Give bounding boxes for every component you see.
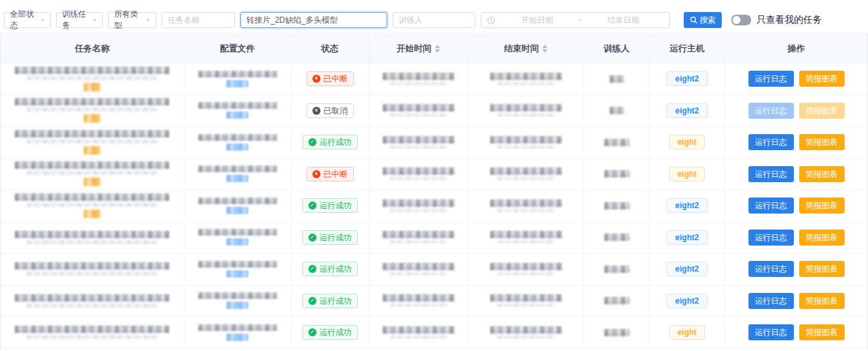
report-chart-button[interactable]: 简报图表 [799,261,845,277]
status-cell: ✓运行成功 [291,254,369,285]
run-log-button[interactable]: 运行日志 [748,324,794,340]
status-success-icon: ✓ [308,297,316,305]
actions-cell: 运行日志简报图表 [725,95,867,127]
report-chart-button[interactable]: 简报图表 [799,293,845,309]
report-chart-button[interactable]: 简报图表 [799,198,845,214]
task-tag [83,146,101,155]
column-header-4[interactable]: 开始时间 [369,34,468,63]
table-row: ✓运行成功eight2运行日志简报图表 [1,286,867,318]
config-file-link[interactable] [226,302,248,309]
config-file-link[interactable] [226,238,248,246]
status-cell: ✓运行成功 [291,190,369,222]
task-name-input[interactable] [162,12,235,28]
config-file-link[interactable] [226,207,248,214]
table-row: ✓运行成功eight2运行日志简报图表 [1,254,867,286]
trainer-cell [584,286,650,317]
trainer-redacted [604,139,630,146]
date-range-picker[interactable]: 开始日期 - 结束日期 [481,12,670,28]
column-header-label: 操作 [788,43,805,55]
column-header-label: 任务名称 [75,43,110,55]
start-time-redacted [383,167,455,175]
trainer-input[interactable] [393,12,475,28]
host-cell: eight [650,159,725,190]
run-log-button[interactable]: 运行日志 [748,261,794,277]
status-badge: ✓运行成功 [302,294,358,308]
sort-carets-icon[interactable] [542,45,548,53]
end-date-placeholder[interactable]: 结束日期 [583,15,664,26]
task-name-cell [1,317,184,348]
report-chart-button[interactable]: 简报图表 [799,71,845,87]
run-log-button[interactable]: 运行日志 [748,166,794,182]
status-badge: ✓运行成功 [302,198,358,213]
host-cell: eight [650,317,725,348]
task-name-cell [1,190,184,222]
host-badge: eight2 [666,230,707,245]
report-chart-button[interactable]: 简报图表 [799,324,845,340]
config-file-cell [184,286,291,317]
sort-asc-icon[interactable] [435,45,440,48]
sort-desc-icon[interactable] [435,49,440,53]
config-file-redacted [198,102,277,109]
actions-cell: 运行日志简报图表 [725,127,867,158]
only-my-tasks-toggle[interactable] [731,15,751,25]
actions-cell: 运行日志简报图表 [725,222,867,254]
status-select[interactable]: 全部状态 ∨ [4,12,51,28]
category-select[interactable]: 所有类型 ∨ [108,12,156,28]
report-chart-button[interactable]: 简报图表 [799,134,845,150]
report-chart-button[interactable]: 简报图表 [799,166,845,182]
trainer-redacted [604,329,630,336]
end-time-redacted [490,200,562,207]
run-log-button[interactable]: 运行日志 [748,230,794,246]
run-log-button[interactable]: 运行日志 [748,293,794,309]
start-date-placeholder[interactable]: 开始日期 [497,15,578,26]
task-type-select[interactable]: 训练任务 ∨ [56,12,103,28]
run-log-button[interactable]: 运行日志 [748,71,794,87]
run-log-button[interactable]: 运行日志 [748,103,794,119]
start-time-redacted [383,231,455,238]
config-file-link[interactable] [226,111,248,119]
start-time-redacted-line2 [390,240,447,244]
run-log-button[interactable]: 运行日志 [748,198,794,214]
column-header-label: 结束时间 [504,43,539,55]
table-row: ✓运行成功eight2运行日志简报图表 [1,190,867,222]
column-header-5[interactable]: 结束时间 [468,34,584,63]
config-file-link[interactable] [226,143,248,151]
start-time-redacted [383,326,455,334]
actions-cell: 运行日志简报图表 [725,159,867,190]
trainer-cell [584,127,650,158]
sort-carets-icon[interactable] [435,45,440,53]
config-file-link[interactable] [226,175,248,182]
column-header-7: 运行主机 [650,34,725,63]
report-chart-button[interactable]: 简报图表 [799,230,845,246]
host-badge: eight [669,325,706,340]
host-cell: eight2 [650,254,725,285]
search-button[interactable]: 搜索 [684,12,722,28]
status-cell: ✕已取消 [291,95,369,127]
table-header-row: 任务名称配置文件状态开始时间结束时间训练人运行主机操作 [1,33,867,63]
sort-desc-icon[interactable] [542,49,548,53]
task-name-redacted [15,294,170,302]
start-time-redacted [383,136,455,143]
sort-asc-icon[interactable] [542,45,548,48]
end-time-redacted [490,104,562,111]
end-time-redacted [490,263,562,270]
report-chart-button[interactable]: 简报图表 [799,103,845,119]
end-time-redacted-line2 [497,240,555,244]
host-cell: eight2 [650,286,725,317]
config-file-link[interactable] [226,270,248,278]
config-file-link[interactable] [226,80,248,87]
keyword-input[interactable] [240,12,387,28]
column-header-2: 配置文件 [184,34,291,63]
status-label: 运行成功 [320,328,352,336]
search-icon [690,16,698,24]
actions-cell: 运行日志简报图表 [725,63,867,95]
clock-icon [487,16,495,25]
host-cell: eight2 [650,190,725,222]
status-label: 运行成功 [320,265,352,273]
run-log-button[interactable]: 运行日志 [748,134,794,150]
config-file-link[interactable] [226,334,248,341]
start-time-redacted [383,200,455,207]
start-time-cell [369,63,468,95]
host-cell: eight2 [650,63,725,95]
end-time-redacted [490,294,562,302]
